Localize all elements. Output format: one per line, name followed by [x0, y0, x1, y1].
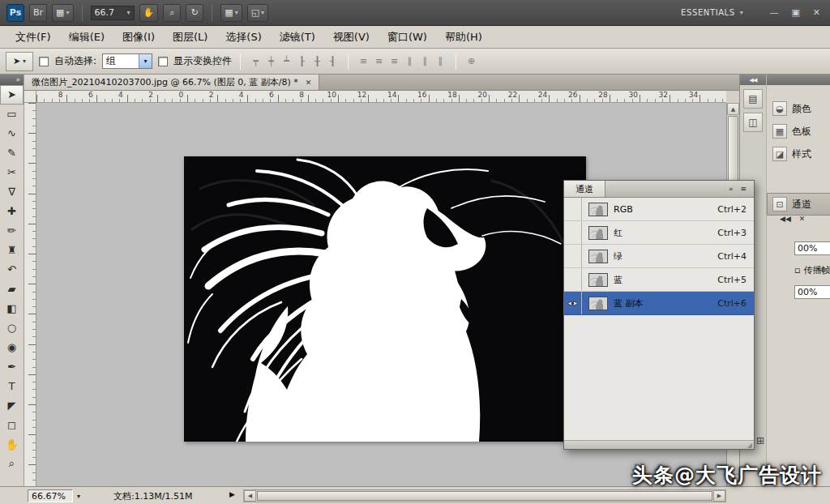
horizontal-scrollbar[interactable]: ◀ ▶ [243, 489, 726, 502]
eraser-tool[interactable]: ▰ [0, 280, 24, 299]
menu-item[interactable]: 选择(S) [216, 26, 270, 49]
align-button[interactable]: ┠ [295, 55, 309, 68]
swatches-panel-button[interactable]: ▦ 色板 [767, 120, 830, 143]
brush-tool[interactable]: ✏ [0, 221, 24, 241]
distribute-button[interactable]: ≡ [387, 55, 401, 68]
channels-panel-header[interactable]: 通道 » ≡ [564, 181, 754, 198]
channel-row[interactable]: 红 Ctrl+3 [564, 221, 754, 245]
menu-item[interactable]: 编辑(E) [60, 26, 113, 49]
hand-tool-button[interactable]: ✋ [139, 4, 159, 22]
fill-field[interactable]: 00% ▾ [794, 285, 830, 299]
show-transform-checkbox[interactable] [158, 57, 168, 66]
collapsed-panel-button-1[interactable]: ▤ [743, 89, 763, 109]
distribute-button[interactable]: ≡ [372, 55, 386, 68]
restore-button[interactable]: ▣ [791, 7, 799, 18]
move-tool[interactable]: ➤ [0, 85, 24, 105]
distribute-button[interactable]: ∥ [434, 55, 447, 68]
auto-select-checkbox[interactable] [39, 57, 49, 66]
channel-thumbnail[interactable] [588, 203, 608, 216]
clone-stamp-tool[interactable]: ♜ [0, 241, 24, 260]
rectangle-tool[interactable]: ◻ [0, 416, 24, 435]
scroll-right-arrow[interactable]: ▶ [713, 490, 725, 502]
arrange-documents-button[interactable]: ▦ ▾ [220, 4, 242, 22]
zoom-tool[interactable]: ⌕ [0, 455, 24, 474]
channel-row[interactable]: RGB Ctrl+2 [564, 198, 754, 221]
channel-thumbnail[interactable] [588, 273, 608, 287]
channel-thumbnail[interactable] [588, 297, 608, 310]
current-tool-button[interactable]: ➤ ▾ [6, 52, 33, 71]
view-extras-button[interactable]: ▦ ▾ [52, 4, 73, 22]
bridge-button[interactable]: Br [29, 4, 47, 22]
align-button[interactable]: ╂ [310, 55, 324, 68]
channel-row[interactable]: 蓝 Ctrl+5 [564, 268, 754, 292]
align-button[interactable]: ┷ [280, 55, 293, 68]
blur-tool[interactable]: ○ [0, 318, 24, 338]
panel-menu-icon[interactable]: ≡ [740, 185, 747, 193]
hand-tool[interactable]: ✋ [0, 435, 24, 455]
lasso-tool[interactable]: ∿ [0, 124, 24, 143]
visibility-toggle[interactable] [564, 221, 582, 244]
distribute-button[interactable]: ≡ [357, 55, 370, 68]
menu-item[interactable]: 窗口(W) [379, 26, 436, 49]
auto-align-button[interactable]: ⊕ [464, 55, 478, 68]
minimize-button[interactable]: — [769, 7, 778, 18]
distribute-button[interactable]: ∥ [418, 55, 432, 68]
scroll-up-arrow[interactable]: ▲ [727, 103, 739, 115]
eyedropper-tool[interactable]: ∇ [0, 182, 24, 202]
type-tool[interactable]: T [0, 377, 24, 396]
visibility-toggle[interactable] [564, 268, 582, 291]
workspace-switcher[interactable]: ESSENTIALS ▾ [681, 8, 743, 17]
styles-panel-button[interactable]: ◪ 样式 [767, 143, 830, 165]
document-image[interactable] [184, 156, 586, 442]
dodge-tool[interactable]: ◉ [0, 338, 24, 357]
status-zoom-field[interactable]: 66.67% [28, 489, 73, 502]
tab-close-icon[interactable]: ✕ [306, 79, 312, 87]
menu-item[interactable]: 文件(F) [6, 26, 60, 49]
zoom-tool-button[interactable]: ⌕ [163, 4, 181, 22]
color-panel-button[interactable]: ◒ 颜色 [767, 97, 830, 120]
panel-collapse-arrows-icon[interactable]: » [729, 185, 734, 193]
panel-collapse-icon[interactable]: ◀◀ [780, 215, 791, 223]
menu-item[interactable]: 滤镜(T) [271, 26, 324, 49]
dock-collapse-button[interactable]: ◀◀ [740, 75, 766, 85]
menu-item[interactable]: 图层(L) [164, 26, 216, 49]
menu-item[interactable]: 视图(V) [324, 26, 379, 49]
toolbar-collapse-strip[interactable]: » [0, 75, 24, 85]
align-button[interactable]: ┯ [249, 55, 263, 68]
propagate-frame-row[interactable]: ▫ 传播帧 1 [794, 264, 830, 276]
scroll-left-arrow[interactable]: ◀ [244, 490, 256, 502]
document-tab[interactable]: 微信图片_20210410203700.jpg @ 66.7% (图层 0, 蓝… [24, 75, 319, 90]
horizontal-scroll-thumb[interactable] [257, 491, 712, 501]
rotate-view-button[interactable]: ↻ [186, 4, 203, 22]
new-item-icon[interactable]: ⊞ [756, 435, 764, 446]
visibility-toggle[interactable] [564, 245, 582, 267]
healing-brush-tool[interactable]: ✚ [0, 202, 24, 221]
menu-item[interactable]: 帮助(H) [436, 26, 491, 49]
app-zoom-field[interactable]: 66.7 ▾ [91, 6, 135, 20]
gradient-tool[interactable]: ◧ [0, 299, 24, 318]
channels-panel-button[interactable]: ⊡ 通道 [767, 193, 830, 216]
collapsed-panel-button-2[interactable]: ◫ [743, 113, 763, 132]
close-button[interactable]: ✕ [813, 7, 820, 18]
pen-tool[interactable]: ✒ [0, 357, 24, 377]
channel-thumbnail[interactable] [588, 226, 608, 240]
resize-grip-icon[interactable]: ◢ [747, 442, 752, 449]
visibility-toggle[interactable] [564, 292, 582, 314]
path-selection-tool[interactable]: ◤ [0, 396, 24, 416]
quick-selection-tool[interactable]: ✎ [0, 143, 24, 163]
channel-thumbnail[interactable] [588, 250, 608, 263]
channel-row[interactable]: 蓝 副本 Ctrl+6 [564, 292, 754, 315]
align-button[interactable]: ┿ [264, 55, 278, 68]
rectangular-marquee-tool[interactable]: ▭ [0, 105, 24, 124]
align-button[interactable]: ┨ [326, 55, 340, 68]
crop-tool[interactable]: ✂ [0, 163, 24, 182]
panel-close-icon[interactable]: ✕ [799, 215, 806, 223]
distribute-button[interactable]: ∥ [403, 55, 417, 68]
status-menu-arrow-icon[interactable]: ▶ [229, 490, 235, 498]
screen-mode-button[interactable]: ◱ ▾ [247, 4, 268, 22]
channel-row[interactable]: 绿 Ctrl+4 [564, 245, 754, 268]
menu-item[interactable]: 图像(I) [113, 26, 164, 49]
auto-select-dropdown[interactable]: 组 ▾ [102, 53, 152, 69]
history-brush-tool[interactable]: ↶ [0, 260, 24, 280]
channels-panel-tab[interactable]: 通道 [564, 181, 605, 197]
